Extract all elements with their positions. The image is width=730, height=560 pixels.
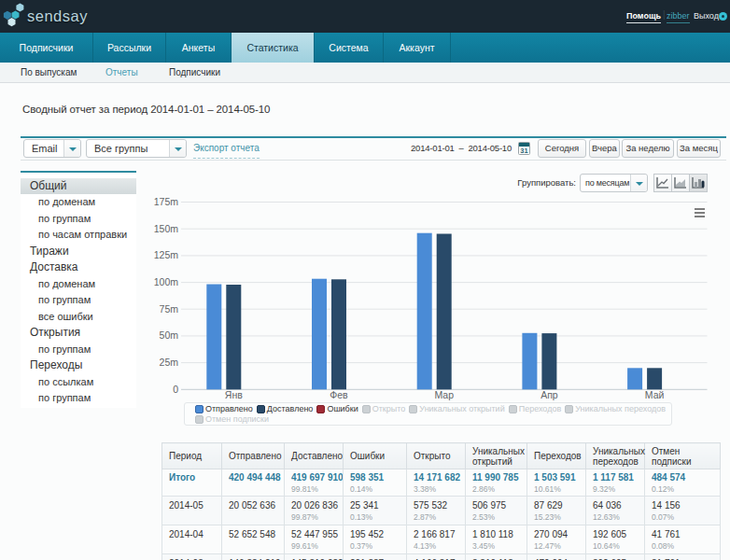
svg-text:75m: 75m <box>160 303 179 315</box>
svg-text:125m: 125m <box>154 249 179 260</box>
svg-text:Мар: Мар <box>434 389 454 400</box>
svg-text:25m: 25m <box>160 357 179 368</box>
svg-text:50m: 50m <box>160 329 179 341</box>
svg-text:150m: 150m <box>154 223 179 234</box>
svg-text:100m: 100m <box>154 276 179 287</box>
svg-text:0: 0 <box>173 384 178 395</box>
svg-text:Апр: Апр <box>540 389 558 400</box>
svg-text:Май: Май <box>645 389 665 400</box>
svg-text:Янв: Янв <box>225 389 243 400</box>
svg-text:Фев: Фев <box>330 389 348 400</box>
svg-text:175m: 175m <box>154 196 179 207</box>
